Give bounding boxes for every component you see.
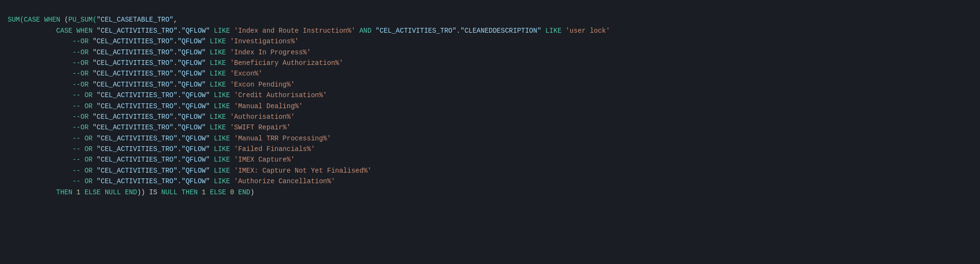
code-token: "CEL_ACTIVITIES_TRO"."QFLOW" [97,102,210,110]
code-token: -- [8,38,80,45]
code-line: --OR "CEL_ACTIVITIES_TRO"."QFLOW" LIKE '… [0,122,980,133]
code-token: LIKE [210,177,234,185]
code-token: OR [80,113,92,121]
code-token: 'Excon%' [230,70,262,77]
code-token: LIKE [206,49,230,56]
code-token: LIKE [206,81,230,88]
code-token: LIKE [210,27,234,35]
code-token: OR [85,177,97,185]
code-token: 'Investigations%' [230,38,299,45]
code-token: 1 [202,189,205,196]
code-token: 'IMEX: Capture Not Yet Finalised%' [234,167,372,175]
code-line: --OR "CEL_ACTIVITIES_TRO"."QFLOW" LIKE '… [0,79,980,90]
code-token: 'Index and Route Instruction%' [234,27,356,35]
code-token: "CEL_ACTIVITIES_TRO"."QFLOW" [92,59,205,67]
code-token: THEN [181,189,198,196]
code-token [40,16,44,24]
code-token: LIKE [210,145,234,153]
code-token: -- [8,177,85,185]
code-token: 'Manual TRR Processing%' [234,135,331,142]
code-token: NULL [105,189,121,196]
code-token: LIKE [210,135,234,142]
code-token: )) IS [137,189,161,196]
code-token: 'Authorize Cancellation%' [234,177,335,185]
code-line: -- OR "CEL_ACTIVITIES_TRO"."QFLOW" LIKE … [0,133,980,144]
code-token: -- [8,91,85,99]
code-line: -- OR "CEL_ACTIVITIES_TRO"."QFLOW" LIKE … [0,176,980,187]
code-token: "CEL_CASETABLE_TRO" [97,16,174,24]
code-token: SUM( [8,16,24,24]
code-token: "CEL_ACTIVITIES_TRO"."QFLOW" [92,38,205,45]
code-token: 'Manual Dealing%' [234,102,303,110]
code-token: OR [80,49,92,56]
code-token: 'Credit Authorisation%' [234,91,327,99]
code-token: "CEL_ACTIVITIES_TRO"."QFLOW" [92,27,210,35]
code-token: OR [80,124,92,131]
code-token [8,27,56,35]
code-token: 0 [230,189,234,196]
code-line: --OR "CEL_ACTIVITIES_TRO"."QFLOW" LIKE '… [0,58,980,68]
code-line: -- OR "CEL_ACTIVITIES_TRO"."QFLOW" LIKE … [0,144,980,154]
code-token: END [125,189,137,196]
code-token: 1 [76,189,80,196]
code-token: -- [8,102,85,110]
code-token: "CEL_ACTIVITIES_TRO"."QFLOW" [97,156,210,163]
code-token: -- [8,70,80,77]
code-token: "CEL_ACTIVITIES_TRO"."QFLOW" [92,124,205,131]
code-token: 'Failed Financials%' [234,145,315,153]
code-token: -- [8,113,80,121]
code-line: -- OR "CEL_ACTIVITIES_TRO"."QFLOW" LIKE … [0,101,980,112]
code-token: OR [85,91,97,99]
code-token: "CEL_ACTIVITIES_TRO"."QFLOW" [92,113,205,121]
code-token: END [238,189,250,196]
code-line: --OR "CEL_ACTIVITIES_TRO"."QFLOW" LIKE '… [0,68,980,79]
code-token: LIKE [541,27,565,35]
code-token: LIKE [210,156,234,163]
code-token: OR [80,59,92,67]
code-token: "CEL_ACTIVITIES_TRO"."QFLOW" [97,177,210,185]
code-token [80,189,84,196]
code-token: 'Excon Pending%' [230,81,294,88]
code-token: OR [85,156,97,163]
code-token: OR [85,102,97,110]
code-token: WHEN [76,27,93,35]
code-token [72,189,76,196]
code-token: "CEL_ACTIVITIES_TRO"."QFLOW" [97,167,210,175]
code-token: LIKE [210,167,234,175]
code-token: 'user lock' [565,27,610,35]
code-token: "CEL_ACTIVITIES_TRO"."QFLOW" [97,91,210,99]
code-token: -- [8,124,80,131]
code-token: ELSE [85,189,101,196]
code-token: 'SWIFT Repair%' [230,124,291,131]
code-line: --OR "CEL_ACTIVITIES_TRO"."QFLOW" LIKE '… [0,36,980,47]
code-token: 'Beneficiary Authorization%' [230,59,343,67]
code-token: "CEL_ACTIVITIES_TRO"."QFLOW" [97,145,210,153]
code-token: OR [80,81,92,88]
code-editor: SUM(CASE WHEN (PU_SUM("CEL_CASETABLE_TRO… [0,0,980,201]
code-token: -- [8,81,80,88]
code-token: OR [85,167,97,175]
code-token: NULL [161,189,178,196]
code-line: --OR "CEL_ACTIVITIES_TRO"."QFLOW" LIKE '… [0,47,980,58]
code-token [206,189,210,196]
code-token: , [174,16,178,24]
code-token: PU_SUM( [68,16,97,24]
code-token: THEN [56,189,73,196]
code-line: CASE WHEN "CEL_ACTIVITIES_TRO"."QFLOW" L… [0,25,980,36]
code-token: CASE [24,16,40,24]
code-line: -- OR "CEL_ACTIVITIES_TRO"."QFLOW" LIKE … [0,90,980,101]
code-token: AND [356,27,376,35]
code-token: LIKE [206,113,230,121]
code-token: ) [250,189,254,196]
code-token: -- [8,135,85,142]
code-token: LIKE [206,59,230,67]
code-line: -- OR "CEL_ACTIVITIES_TRO"."QFLOW" LIKE … [0,165,980,176]
code-token: ELSE [210,189,226,196]
code-token: -- [8,59,80,67]
code-token: LIKE [206,70,230,77]
code-token: LIKE [206,38,230,45]
code-token: OR [85,135,97,142]
code-token: 'IMEX Capture%' [234,156,295,163]
code-token [101,189,104,196]
code-line: -- OR "CEL_ACTIVITIES_TRO"."QFLOW" LIKE … [0,154,980,165]
